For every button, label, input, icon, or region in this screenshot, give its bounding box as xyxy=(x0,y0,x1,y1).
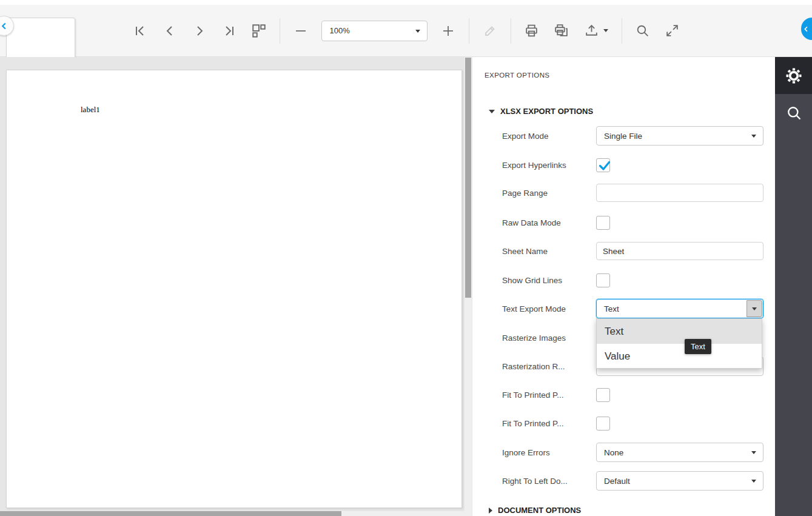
tab-search[interactable] xyxy=(775,94,812,131)
chevron-down-icon xyxy=(751,135,756,138)
section-title: DOCUMENT OPTIONS xyxy=(498,506,581,515)
chevron-down-icon xyxy=(603,29,608,32)
horizontal-scrollbar-thumb[interactable] xyxy=(0,511,341,516)
select-value: Default xyxy=(604,477,630,486)
field-label: Rasterization R... xyxy=(502,362,596,371)
fit-to-printed-page-checkbox[interactable] xyxy=(596,417,610,431)
search-icon xyxy=(635,23,650,38)
field-label: Fit To Printed P... xyxy=(502,419,596,428)
vertical-scrollbar[interactable] xyxy=(465,57,472,511)
toolbar-separator xyxy=(469,18,469,44)
field-ignore-errors: Ignore Errors None xyxy=(502,443,763,462)
field-raw-data-mode: Raw Data Mode xyxy=(502,213,763,232)
section-document-options[interactable]: DOCUMENT OPTIONS xyxy=(489,506,581,515)
chevron-left-icon xyxy=(0,19,11,33)
field-fit-to-printed-page-1: Fit To Printed P... xyxy=(502,385,763,404)
chevron-down-icon xyxy=(751,480,756,483)
raw-data-mode-checkbox[interactable] xyxy=(596,216,610,230)
panel-title: EXPORT OPTIONS xyxy=(485,72,549,79)
next-page-button[interactable] xyxy=(190,22,209,40)
toolbar-separator xyxy=(280,18,280,44)
field-label: Text Export Mode xyxy=(502,304,596,313)
right-to-left-select[interactable]: Default xyxy=(596,471,763,491)
vertical-scrollbar-thumb[interactable] xyxy=(465,58,471,298)
report-label: label1 xyxy=(81,105,100,115)
toolbar-separator xyxy=(511,18,511,44)
previous-page-icon xyxy=(163,24,177,38)
field-export-hyperlinks: Export Hyperlinks xyxy=(502,155,763,175)
zoom-out-button[interactable] xyxy=(292,22,310,40)
last-page-icon xyxy=(222,24,237,38)
fullscreen-icon xyxy=(665,23,680,38)
edit-document-button xyxy=(481,22,499,40)
toolbar: 1 of 1 xyxy=(0,5,812,57)
zoom-selector-value: 100% xyxy=(330,26,350,35)
edit-icon xyxy=(483,24,497,38)
multipage-view-icon xyxy=(251,23,267,39)
zoom-in-button[interactable] xyxy=(439,22,457,40)
field-page-range: Page Range xyxy=(502,183,763,203)
export-hyperlinks-checkbox[interactable] xyxy=(596,158,610,172)
field-label: Raw Data Mode xyxy=(502,218,596,227)
field-label: Export Hyperlinks xyxy=(502,161,596,170)
export-icon xyxy=(584,23,599,38)
combo-dropdown-button[interactable] xyxy=(747,300,762,317)
field-label: Show Grid Lines xyxy=(502,276,596,285)
zoom-in-icon xyxy=(441,24,455,38)
section-xlsx-export-options[interactable]: XLSX EXPORT OPTIONS xyxy=(489,107,593,116)
show-grid-lines-checkbox[interactable] xyxy=(596,273,610,287)
previous-page-button[interactable] xyxy=(161,22,179,40)
export-options-panel: EXPORT OPTIONS XLSX EXPORT OPTIONS Expor… xyxy=(472,57,775,516)
right-sidebar xyxy=(775,57,812,516)
tab-export-options[interactable] xyxy=(775,57,812,94)
export-button[interactable] xyxy=(582,22,610,40)
zoom-out-icon xyxy=(294,24,308,38)
fullscreen-button[interactable] xyxy=(663,22,682,40)
field-label: Rasterize Images xyxy=(502,333,596,343)
horizontal-scrollbar[interactable] xyxy=(0,511,472,516)
select-value: Single File xyxy=(604,132,642,141)
ignore-errors-select[interactable]: None xyxy=(596,443,763,462)
field-label: Right To Left Do... xyxy=(502,477,596,486)
chevron-down-icon xyxy=(751,451,756,454)
field-show-grid-lines: Show Grid Lines xyxy=(502,270,763,290)
field-text-export-mode: Text Export Mode Text xyxy=(502,299,763,318)
combo-value: Text xyxy=(604,304,619,313)
toolbar-separator xyxy=(622,18,622,44)
chevron-down-icon xyxy=(752,307,757,310)
select-value: None xyxy=(604,448,623,457)
first-page-button[interactable] xyxy=(131,22,149,40)
multipage-view-button[interactable] xyxy=(250,22,268,40)
section-title: XLSX EXPORT OPTIONS xyxy=(500,107,593,116)
field-label: Ignore Errors xyxy=(502,448,596,457)
sheet-name-input[interactable] xyxy=(596,242,763,260)
chevron-down-icon xyxy=(415,30,420,33)
check-icon xyxy=(597,158,612,173)
expand-triangle-icon xyxy=(489,508,492,514)
dropdown-item-text[interactable]: Text xyxy=(597,319,762,344)
text-export-mode-combo[interactable]: Text xyxy=(596,299,763,318)
gear-icon xyxy=(785,67,803,85)
print-icon xyxy=(524,23,539,38)
field-label: Fit To Printed P... xyxy=(502,390,596,400)
first-page-icon xyxy=(133,24,147,38)
export-mode-select[interactable]: Single File xyxy=(596,126,763,146)
chevron-left-icon xyxy=(801,24,811,35)
field-right-to-left: Right To Left Do... Default xyxy=(502,471,763,491)
search-icon xyxy=(785,104,802,121)
last-page-button[interactable] xyxy=(220,22,238,40)
page-range-input[interactable] xyxy=(596,184,763,202)
print-page-button[interactable] xyxy=(552,22,571,40)
next-page-icon xyxy=(192,24,207,38)
zoom-selector[interactable]: 100% xyxy=(321,21,428,41)
field-label: Page Range xyxy=(502,189,596,198)
search-button[interactable] xyxy=(634,22,652,40)
dropdown-item-value[interactable]: Value xyxy=(597,344,762,369)
print-button[interactable] xyxy=(523,22,541,40)
report-viewer: 1 of 1 xyxy=(0,0,812,516)
toolbar-buttons: 1 of 1 xyxy=(0,5,812,56)
field-label: Export Mode xyxy=(502,132,596,141)
field-label: Sheet Name xyxy=(502,247,596,256)
collapse-triangle-icon xyxy=(489,110,495,113)
fit-to-printed-page-checkbox[interactable] xyxy=(596,388,610,402)
